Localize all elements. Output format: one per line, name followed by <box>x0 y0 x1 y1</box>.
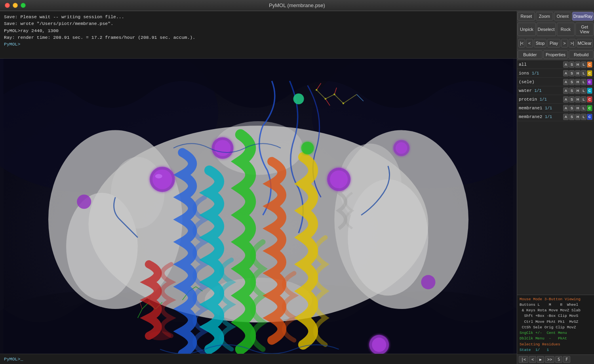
object-sele[interactable]: (sele) A S H L C <box>517 78 594 86</box>
svg-point-44 <box>330 170 348 188</box>
btn-membrane1-l[interactable]: L <box>581 105 586 111</box>
btn-ions-s[interactable]: S <box>569 70 575 76</box>
viewport[interactable] <box>0 59 517 354</box>
object-name-water: water 1/1 <box>519 88 563 93</box>
pb-s[interactable]: S <box>555 356 562 363</box>
svg-point-58 <box>293 93 304 104</box>
object-buttons-protein: A S H L C <box>563 96 592 103</box>
btn-membrane2-c[interactable]: C <box>587 114 592 120</box>
toolbar-row-3: |< < Stop Play > >| MClear <box>517 37 594 50</box>
btn-protein-s[interactable]: S <box>569 96 575 103</box>
zoom-button[interactable]: Zoom <box>536 12 553 21</box>
object-name-membrane2: membrane2 1/1 <box>519 114 563 119</box>
btn-membrane1-s[interactable]: S <box>569 105 575 111</box>
btn-sele-h[interactable]: H <box>575 79 581 85</box>
btn-water-c[interactable]: C <box>587 88 592 94</box>
orient-button[interactable]: Orient <box>554 12 571 21</box>
btn-all-l[interactable]: L <box>581 61 586 68</box>
btn-ions-a[interactable]: A <box>563 70 569 76</box>
mouse-keys-ctrl: Ctrl Move PkAt Pk1 MvSZ <box>520 319 592 325</box>
object-buttons-sele: A S H L C <box>563 79 592 85</box>
object-all[interactable]: all A S H L C <box>517 60 594 69</box>
left-panel: Save: Please wait -- writing session fil… <box>0 11 517 364</box>
btn-membrane2-s[interactable]: S <box>569 114 575 120</box>
btn-protein-l[interactable]: L <box>581 96 586 103</box>
fastfwd-button[interactable]: >| <box>569 39 575 48</box>
btn-all-h[interactable]: H <box>575 61 581 68</box>
btn-water-l[interactable]: L <box>581 88 586 94</box>
btn-membrane2-l[interactable]: L <box>581 114 586 120</box>
play-button[interactable]: Play <box>547 39 560 48</box>
btn-sele-l[interactable]: L <box>581 79 586 85</box>
svg-point-46 <box>372 337 386 352</box>
btn-protein-a[interactable]: A <box>563 96 569 103</box>
object-name-ions: ions 1/1 <box>519 71 563 76</box>
object-membrane1[interactable]: membrane1 1/1 A S H L C <box>517 104 594 112</box>
btn-ions-c[interactable]: C <box>587 70 592 76</box>
molecular-visualization <box>0 59 517 354</box>
pb-play[interactable]: ▶ <box>537 356 544 363</box>
object-ions[interactable]: ions 1/1 A S H L C <box>517 69 594 78</box>
btn-membrane2-h[interactable]: H <box>575 114 581 120</box>
mouse-mode-info: Mouse Mode 3-Button Viewing Buttons L M … <box>517 295 594 355</box>
deselect-button[interactable]: Deselect <box>537 23 556 36</box>
btn-sele-s[interactable]: S <box>569 79 575 85</box>
mouse-keys-shft: Shft +Box -Box Clip MovS <box>520 313 592 319</box>
pb-fwd[interactable]: >> <box>545 356 554 363</box>
mouse-keys-ctsh: CtSh Sele Orig Clip MovZ <box>520 325 592 330</box>
properties-button[interactable]: Properties <box>543 50 568 59</box>
object-buttons-ions: A S H L C <box>563 70 592 76</box>
btn-all-s[interactable]: S <box>569 61 575 68</box>
window-controls[interactable] <box>5 3 26 8</box>
rewind-button[interactable]: |< <box>518 39 525 48</box>
mclear-button[interactable]: MClear <box>577 39 593 48</box>
mouse-mode-title: Mouse Mode 3-Button Viewing <box>520 297 592 302</box>
console-prompt: PyMOL> <box>4 41 513 48</box>
btn-sele-a[interactable]: A <box>563 79 569 85</box>
pb-f[interactable]: F <box>563 356 570 363</box>
btn-ions-h[interactable]: H <box>575 70 581 76</box>
close-button[interactable] <box>5 3 10 8</box>
btn-water-h[interactable]: H <box>575 88 581 94</box>
next-button[interactable]: > <box>561 39 568 48</box>
getview-button[interactable]: Get View <box>575 23 594 36</box>
svg-point-50 <box>77 194 91 209</box>
btn-water-s[interactable]: S <box>569 88 575 94</box>
minimize-button[interactable] <box>13 3 18 8</box>
prev-button[interactable]: < <box>526 39 533 48</box>
builder-button[interactable]: Builder <box>518 50 543 59</box>
maximize-button[interactable] <box>21 3 26 8</box>
btn-membrane1-h[interactable]: H <box>575 105 581 111</box>
btn-sele-c[interactable]: C <box>587 79 592 85</box>
btn-protein-h[interactable]: H <box>575 96 581 103</box>
console-output: Save: Please wait -- writing session fil… <box>0 11 517 59</box>
object-name-membrane1: membrane1 1/1 <box>519 106 563 111</box>
bottom-console: PyMOL>_ <box>0 354 517 364</box>
btn-membrane2-a[interactable]: A <box>563 114 569 120</box>
btn-protein-c[interactable]: C <box>587 96 592 103</box>
pb-rewind[interactable]: |< <box>519 356 528 363</box>
toolbar-row-4: Builder Properties Rebuild <box>517 50 594 60</box>
btn-ions-l[interactable]: L <box>581 70 586 76</box>
console-line-1: Save: Please wait -- writing session fil… <box>4 13 513 20</box>
btn-all-c[interactable]: C <box>587 61 592 68</box>
svg-point-57 <box>301 142 314 154</box>
btn-all-a[interactable]: A <box>563 61 569 68</box>
object-membrane2[interactable]: membrane2 1/1 A S H L C <box>517 112 594 121</box>
console-line-2: Save: wrote "/Users/piotr/membrane.pse". <box>4 20 513 27</box>
pb-prev[interactable]: < <box>529 356 536 363</box>
btn-water-a[interactable]: A <box>563 88 569 94</box>
reset-button[interactable]: Reset <box>518 12 535 21</box>
drawray-button[interactable]: Draw/Ray <box>572 12 594 21</box>
btn-membrane1-c[interactable]: C <box>587 105 592 111</box>
object-water[interactable]: water 1/1 A S H L C <box>517 86 594 95</box>
rock-button[interactable]: Rock <box>557 23 575 36</box>
right-panel: Reset Zoom Orient Draw/Ray Unpick Desele… <box>517 11 594 364</box>
btn-membrane1-a[interactable]: A <box>563 105 569 111</box>
svg-point-40 <box>155 174 162 178</box>
stop-button[interactable]: Stop <box>534 39 547 48</box>
bottom-prompt: PyMOL>_ <box>4 356 23 362</box>
unpick-button[interactable]: Unpick <box>518 23 536 36</box>
object-protein[interactable]: protein 1/1 A S H L C <box>517 95 594 104</box>
rebuild-button[interactable]: Rebuild <box>569 50 594 59</box>
